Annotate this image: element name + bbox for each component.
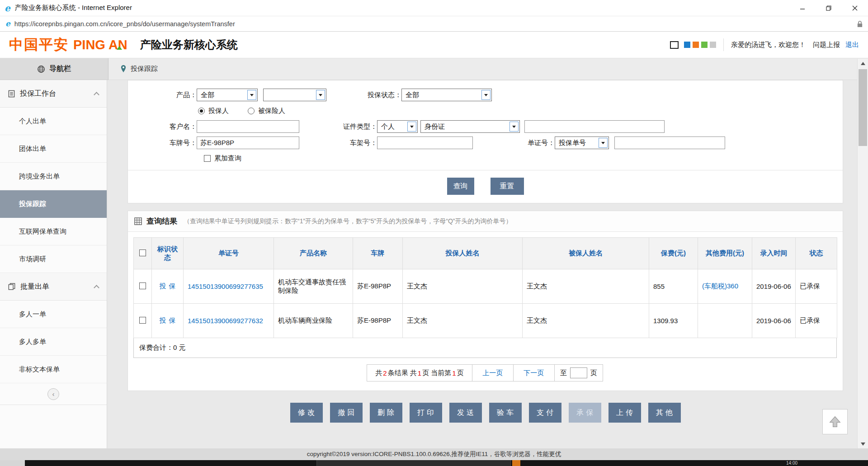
page-goto-input[interactable] [570,367,587,378]
col-applicant-name: 投保人姓名 [403,238,523,269]
action-withdraw-button[interactable]: 撤回 [330,403,363,423]
sidebar-group-policy-workbench[interactable]: 投保工作台 [0,80,107,108]
premium-cell: 1309.93 [649,304,698,338]
accumulate-checkbox[interactable] [204,155,211,162]
product-sub-select[interactable] [263,89,326,101]
pingan-logo-en: PING AN [73,38,127,52]
browser-window: e 产险业务新核心系统 - Internet Explorer e https:… [0,0,868,466]
product-name-cell: 机动车交通事故责任强制保险 [274,269,353,304]
theme-orange-square[interactable] [693,42,699,48]
sidebar-collapse-button[interactable]: ‹ [47,388,59,400]
map-pin-icon [120,65,127,73]
vin-input[interactable] [377,137,473,149]
insured-radio[interactable]: 被保险人 [248,107,285,115]
policy-status-select[interactable]: 全部 [401,89,492,101]
table-row: 投保 14515013900699277635 机动车交通事故责任强制保险 苏E… [134,269,837,304]
select-all-checkbox[interactable] [139,249,146,256]
scroll-to-top-button[interactable] [822,409,848,434]
sidebar-item-multi-person-multi-policy[interactable]: 多人多单 [0,328,107,356]
flag-status-link[interactable]: 投保 [157,282,179,290]
app-header: 中国平安 PING AN 产险业务新核心系统 亲爱的汤进飞，欢迎您！ 问题上报 … [0,32,868,58]
sidebar-group-batch-issue[interactable]: 批量出单 [0,273,107,301]
sidebar-group-label: 批量出单 [20,282,49,292]
cert-type-select[interactable]: 身份证 [420,120,520,133]
insured-cell: 王文杰 [523,269,649,304]
chevron-down-icon [481,90,491,100]
plate-cell: 苏E-98P8P [353,304,403,338]
action-print-button[interactable]: 打印 [410,403,442,423]
cert-number-input[interactable] [524,120,665,133]
query-button[interactable]: 查询 [447,178,474,195]
frame-icon[interactable] [670,41,679,49]
action-send-button[interactable]: 发送 [449,403,482,423]
theme-green-square[interactable] [701,42,708,48]
search-form-panel: 产品： 全部 投保状态： 全部 投保人 被保险人 [127,80,843,203]
results-header: 查询结果 （查询结果中单证号列则规则提示：数字“1”开头的为保单号，数字“5”开… [128,211,843,232]
applicant-cell: 王文杰 [403,304,523,338]
sidebar-item-policy-tracking[interactable]: 投保跟踪 [0,190,107,218]
sidebar-item-multi-person-one-policy[interactable]: 多人一单 [0,301,107,328]
row-checkbox[interactable] [139,317,146,324]
scrollbar-thumb[interactable] [859,69,867,146]
flag-status-link[interactable]: 投保 [157,316,179,324]
product-name-cell: 机动车辆商业保险 [274,304,353,338]
ie-icon: e [5,4,10,13]
row-checkbox[interactable] [139,282,146,289]
prev-page-button[interactable]: 上一页 [472,364,514,381]
sidebar-item-crossborder-policy[interactable]: 跨境业务出单 [0,163,107,190]
minimize-button[interactable] [789,0,816,16]
customer-name-input[interactable] [197,120,299,133]
nav-strip: 导航栏 投保跟踪 [0,58,868,80]
theme-color-squares [684,42,716,48]
plate-number-input[interactable] [197,137,299,149]
taskbar-left-segment [0,460,25,466]
issue-report-link[interactable]: 问题上报 [813,41,840,49]
header-divider [723,38,724,51]
premium-cell: 855 [649,269,698,304]
sidebar-item-internet-policy-query[interactable]: 互联网保单查询 [0,218,107,245]
action-edit-button[interactable]: 修改 [290,403,323,423]
sidebar-item-nonstandard-text-policy[interactable]: 非标文本保单 [0,356,107,383]
doc-type-select[interactable]: 投保单号 [555,137,609,149]
action-other-button[interactable]: 其他 [648,403,681,423]
doc-no-link[interactable]: 14515013900699277632 [188,317,263,325]
reset-button[interactable]: 重置 [491,178,524,195]
vertical-scrollbar[interactable] [857,59,868,448]
theme-gray-square[interactable] [710,42,716,48]
url-field[interactable]: https://icorepnbs.pingan.com.cn/icore_pn… [14,20,857,28]
vin-label: 车架号： [299,139,377,147]
cert-person-select[interactable]: 个人 [377,120,418,133]
product-select[interactable]: 全部 [197,89,258,101]
doc-number-input[interactable] [614,137,725,149]
other-fee-link[interactable]: (车船税)360 [702,282,738,290]
sidebar-item-group-policy[interactable]: 团体出单 [0,135,107,163]
document-icon [8,90,15,98]
col-doc-no: 单证号 [184,238,274,269]
scrollbar-down-arrow[interactable] [858,439,868,448]
taskbar-apps-segment [316,460,511,466]
window-controls [789,0,868,16]
results-panel: 查询结果 （查询结果中单证号列则规则提示：数字“1”开头的为保单号，数字“5”开… [127,211,843,391]
breadcrumb-bar: 投保跟踪 [108,58,868,80]
next-page-button[interactable]: 下一页 [513,364,555,381]
col-status: 状态 [796,238,837,269]
restore-button[interactable] [816,0,842,16]
sidebar-item-personal-policy[interactable]: 个人出单 [0,108,107,135]
ie-icon: e [5,20,10,28]
doc-no-link[interactable]: 14515013900699277635 [188,282,263,290]
plate-cell: 苏E-98P8P [353,269,403,304]
action-upload-button[interactable]: 上传 [609,403,641,423]
window-title: 产险业务新核心系统 - Internet Explorer [15,4,132,12]
action-pay-button[interactable]: 支付 [529,403,561,423]
close-button[interactable] [842,0,868,16]
chevron-up-icon [94,285,99,291]
action-delete-button[interactable]: 删除 [370,403,402,423]
applicant-radio[interactable]: 投保人 [198,107,229,115]
sidebar-item-market-research[interactable]: 市场调研 [0,245,107,273]
logout-link[interactable]: 退出 [845,41,859,49]
theme-blue-square[interactable] [684,42,690,48]
sidebar-title: 导航栏 [49,64,71,74]
action-vehicle-check-button[interactable]: 验车 [489,403,522,423]
scrollbar-up-arrow[interactable] [858,59,868,68]
insured-cell: 王文杰 [523,304,649,338]
